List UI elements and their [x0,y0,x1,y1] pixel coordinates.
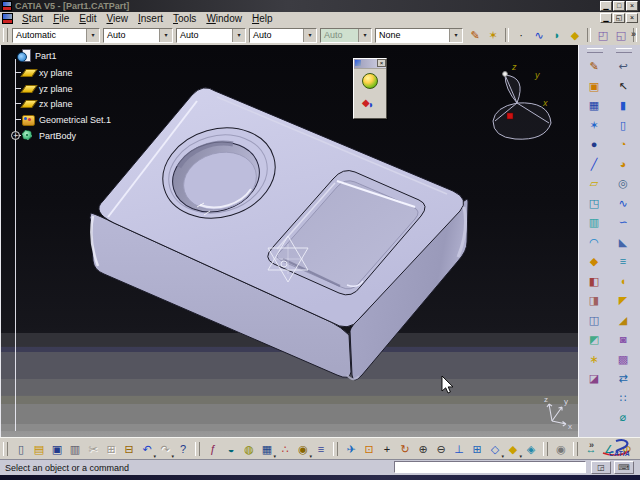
tree-item-yz-plane[interactable]: yz plane [21,82,73,95]
knowledge-inspector-icon[interactable]: ◍ [240,440,258,458]
quick-print-icon[interactable]: ◉ [552,440,570,458]
catalog-browser-icon[interactable]: ◰ [594,27,612,44]
undo-icon[interactable]: ↶▾ [138,440,156,458]
tree-item-geometrical-set-1[interactable]: Geometrical Set.1 [21,113,111,126]
power-input-field[interactable] [394,461,586,473]
rules-icon[interactable]: ≡ [312,440,330,458]
rotate-icon[interactable]: ↻ [396,440,414,458]
menu-start[interactable]: Start [17,13,48,24]
doc-minimize-button[interactable]: ▁ [600,13,612,23]
paint-properties-button[interactable] [357,93,383,115]
graphic-painter-icon[interactable]: ✎ [466,27,484,44]
rectangular-pattern-icon[interactable]: ∷ [611,389,635,407]
close-button[interactable]: × [626,1,638,11]
toolbar-grip[interactable] [3,442,8,456]
tree-item-partbody[interactable]: PartBody [21,129,76,142]
doc-restore-button[interactable]: ◱ [613,13,625,23]
mirror-icon[interactable]: ⇄ [611,370,635,388]
apply-material-toolbar[interactable]: × [353,58,387,119]
close-icon[interactable]: × [377,59,386,67]
graphic-wizard-icon[interactable]: ✶ [484,27,502,44]
pan-icon[interactable]: + [378,440,396,458]
tree-item-xy-plane[interactable]: xy plane [21,66,73,79]
toolbar-grip[interactable] [333,442,338,456]
maximize-button[interactable]: □ [613,1,625,11]
curve-visualization-icon[interactable]: ∿ [530,27,548,44]
compass-anchor[interactable] [507,113,513,119]
stiffener-icon[interactable]: ◣ [611,233,635,251]
normal-view-icon[interactable]: ⊥ [450,440,468,458]
toolbar-grip[interactable] [3,28,8,42]
hole-icon[interactable]: ◎ [611,175,635,193]
menu-view[interactable]: View [101,13,133,24]
boundary-icon[interactable]: ◫ [582,311,606,329]
pattern-icon[interactable]: ∗ [582,350,606,368]
line-icon[interactable]: ╱ [582,155,606,173]
relations-icon[interactable]: ∴ [276,440,294,458]
render-style-filter-combo[interactable]: None▾ [375,28,463,43]
toolbar-overflow-chevron[interactable]: » [631,29,636,39]
whats-this-icon[interactable]: ? [174,440,192,458]
toolbar-grip[interactable] [616,48,632,53]
healing-icon[interactable]: ◩ [582,331,606,349]
chevron-down-icon[interactable]: ▾ [232,29,245,42]
select-icon[interactable]: ↖ [611,77,635,95]
point-visualization-icon[interactable]: · [512,27,530,44]
3d-viewport[interactable]: z y x z y x [0,45,578,437]
line-type-combo[interactable]: Auto▾ [176,28,246,43]
groove-icon[interactable]: ◕ [611,155,635,173]
expand-status-button[interactable]: ◲ [591,461,611,474]
macro-library-icon[interactable]: ◱ [612,27,630,44]
plane-icon[interactable]: ▱ [582,175,606,193]
toolbar-grip[interactable] [587,48,603,53]
pad-icon[interactable]: ▮ [611,97,635,115]
new-document-icon[interactable]: ▯ [12,440,30,458]
multi-view-icon[interactable]: ⊞ [468,440,486,458]
point-symbol-combo[interactable]: Auto▾ [249,28,317,43]
doc-close-button[interactable]: × [626,13,638,23]
tree-item-zx-plane[interactable]: zx plane [21,97,73,110]
line-weight-combo[interactable]: Auto▾ [103,28,173,43]
extrude-surface-icon[interactable]: ◳ [582,194,606,212]
surface-visualization-icon[interactable]: ◗ [548,27,566,44]
shaft-icon[interactable]: ◔ [611,136,635,154]
design-table-icon[interactable]: ▦▾ [258,440,276,458]
save-icon[interactable]: ▣ [48,440,66,458]
chevron-down-icon[interactable]: ▾ [159,29,172,42]
menu-insert[interactable]: Insert [133,13,168,24]
thickness-icon[interactable]: ▩ [611,350,635,368]
fly-mode-icon[interactable]: ✈ [342,440,360,458]
chevron-down-icon[interactable]: ▾ [86,29,99,42]
shell-icon[interactable]: ◙ [611,331,635,349]
boolean-operations-icon[interactable]: ◪ [582,370,606,388]
fit-all-in-icon[interactable]: ⊡ [360,440,378,458]
slot-icon[interactable]: ∽ [611,214,635,232]
menu-edit[interactable]: Edit [74,13,101,24]
menu-window[interactable]: Window [201,13,247,24]
grid-icon[interactable]: ▦ [582,97,606,115]
floating-toolbar-titlebar[interactable]: × [354,59,386,69]
fill-color-combo[interactable]: Automatic▾ [12,28,100,43]
comment-icon[interactable]: ◒ [222,440,240,458]
fillet-icon[interactable]: ◖ [611,272,635,290]
sweep-surface-icon[interactable]: ◠ [582,233,606,251]
menu-file[interactable]: File [48,13,74,24]
fill-surface-icon[interactable]: ◆ [582,253,606,271]
exit-workbench-icon[interactable]: ↩ [611,58,635,76]
split-icon[interactable]: ◧ [582,272,606,290]
formula-icon[interactable]: ƒ [204,440,222,458]
volume-visualization-icon[interactable]: ◆ [566,27,584,44]
toolbar-grip[interactable] [543,442,548,456]
chevron-down-icon[interactable]: ▾ [449,29,462,42]
tree-item-part1[interactable]: Part1 [17,49,57,62]
render-style-icon[interactable]: ◆▾ [504,440,522,458]
offset-surface-icon[interactable]: ▥ [582,214,606,232]
chevron-down-icon[interactable]: ▾ [303,29,316,42]
trim-icon[interactable]: ◨ [582,292,606,310]
power-input-toggle-button[interactable]: ⌨ [614,461,634,474]
toolbar-grip[interactable] [195,442,200,456]
draft-angle-icon[interactable]: ◢ [611,311,635,329]
toolbar-grip[interactable] [573,442,578,456]
zoom-out-icon[interactable]: ⊖ [432,440,450,458]
isometric-view-icon[interactable]: ◇▾ [486,440,504,458]
